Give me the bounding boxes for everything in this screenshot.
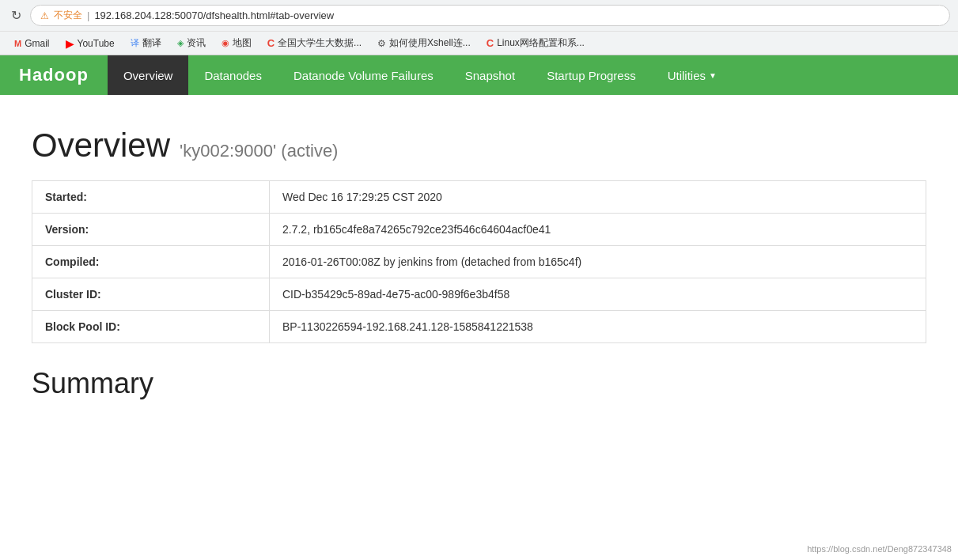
row-value-version: 2.7.2, rb165c4fe8a74265c792ce23f546c6460… — [270, 214, 926, 246]
bookmarks-bar: M Gmail ▶ YouTube 译 翻译 ◈ 资讯 ◉ 地图 C 全国大学生… — [0, 31, 958, 55]
nav-item-volume-failures[interactable]: Datanode Volume Failures — [278, 55, 449, 95]
row-label-block-pool-id: Block Pool ID: — [32, 311, 270, 343]
utilities-dropdown-arrow: ▼ — [709, 71, 717, 80]
bookmark-maps[interactable]: ◉ 地图 — [215, 35, 258, 51]
maps-icon: ◉ — [222, 38, 229, 48]
overview-subtitle: 'ky002:9000' (active) — [180, 141, 338, 161]
bookmark-youtube[interactable]: ▶ YouTube — [59, 36, 121, 51]
bookmark-maps-label: 地图 — [233, 36, 252, 50]
csdn-icon: C — [267, 37, 275, 49]
hadoop-navbar: Hadoop Overview Datanodes Datanode Volum… — [0, 55, 958, 95]
separator: | — [87, 9, 89, 21]
bookmark-linux-label: Linux网络配置和系... — [497, 36, 585, 50]
table-row: Started: Wed Dec 16 17:29:25 CST 2020 — [32, 181, 926, 214]
row-label-compiled: Compiled: — [32, 246, 270, 278]
browser-toolbar: ↻ ⚠ 不安全 | 192.168.204.128:50070/dfshealt… — [0, 0, 958, 31]
main-content: Overview 'ky002:9000' (active) Started: … — [0, 95, 958, 424]
bookmark-translate-label: 翻译 — [142, 36, 161, 50]
nav-item-startup-progress[interactable]: Startup Progress — [531, 55, 652, 95]
page-title: Overview — [32, 127, 170, 165]
table-row: Cluster ID: CID-b35429c5-89ad-4e75-ac00-… — [32, 278, 926, 311]
nav-item-snapshot[interactable]: Snapshot — [449, 55, 531, 95]
security-warning-icon: ⚠ — [40, 10, 49, 21]
row-label-version: Version: — [32, 214, 270, 246]
bookmark-xshell-label: 如何使用Xshell连... — [389, 36, 471, 50]
row-value-block-pool-id: BP-1130226594-192.168.241.128-1585841221… — [270, 311, 926, 343]
info-table: Started: Wed Dec 16 17:29:25 CST 2020 Ve… — [32, 180, 926, 343]
nav-item-overview[interactable]: Overview — [108, 55, 189, 95]
bookmark-news[interactable]: ◈ 资讯 — [171, 35, 212, 51]
summary-heading: Summary — [32, 367, 926, 400]
nav-item-datanodes[interactable]: Datanodes — [188, 55, 278, 95]
insecure-label: 不安全 — [54, 9, 82, 22]
bookmark-translate[interactable]: 译 翻译 — [124, 35, 168, 51]
bookmark-csdn-label: 全国大学生大数据... — [278, 36, 362, 50]
browser-chrome: ↻ ⚠ 不安全 | 192.168.204.128:50070/dfshealt… — [0, 0, 958, 55]
row-value-compiled: 2016-01-26T00:08Z by jenkins from (detac… — [270, 246, 926, 278]
table-row: Version: 2.7.2, rb165c4fe8a74265c792ce23… — [32, 214, 926, 246]
bookmark-xshell[interactable]: ⚙ 如何使用Xshell连... — [371, 35, 477, 51]
youtube-icon: ▶ — [66, 37, 74, 50]
xshell-icon: ⚙ — [377, 38, 386, 49]
bookmark-gmail-label: Gmail — [25, 38, 49, 49]
row-label-cluster-id: Cluster ID: — [32, 278, 270, 311]
bookmark-linux[interactable]: C Linux网络配置和系... — [480, 35, 591, 51]
bookmark-youtube-label: YouTube — [78, 38, 115, 49]
row-label-started: Started: — [32, 181, 270, 214]
bookmark-gmail[interactable]: M Gmail — [8, 36, 56, 51]
bookmark-csdn[interactable]: C 全国大学生大数据... — [261, 35, 368, 51]
table-row: Compiled: 2016-01-26T00:08Z by jenkins f… — [32, 246, 926, 278]
overview-heading: Overview 'ky002:9000' (active) — [32, 127, 926, 165]
row-value-started: Wed Dec 16 17:29:25 CST 2020 — [270, 181, 926, 214]
nav-item-utilities[interactable]: Utilities ▼ — [652, 55, 733, 95]
hadoop-logo: Hadoop — [0, 55, 108, 95]
url-display[interactable]: 192.168.204.128:50070/dfshealth.html#tab… — [94, 9, 334, 21]
gmail-icon: M — [14, 39, 21, 48]
table-row: Block Pool ID: BP-1130226594-192.168.241… — [32, 311, 926, 343]
translate-icon: 译 — [131, 37, 139, 49]
address-bar[interactable]: ⚠ 不安全 | 192.168.204.128:50070/dfshealth.… — [30, 5, 950, 26]
bookmark-news-label: 资讯 — [187, 36, 206, 50]
reload-button[interactable]: ↻ — [8, 8, 24, 23]
utilities-label: Utilities — [668, 69, 706, 82]
linux-icon: C — [487, 37, 494, 49]
news-icon: ◈ — [177, 38, 184, 48]
row-value-cluster-id: CID-b35429c5-89ad-4e75-ac00-989f6e3b4f58 — [270, 278, 926, 311]
